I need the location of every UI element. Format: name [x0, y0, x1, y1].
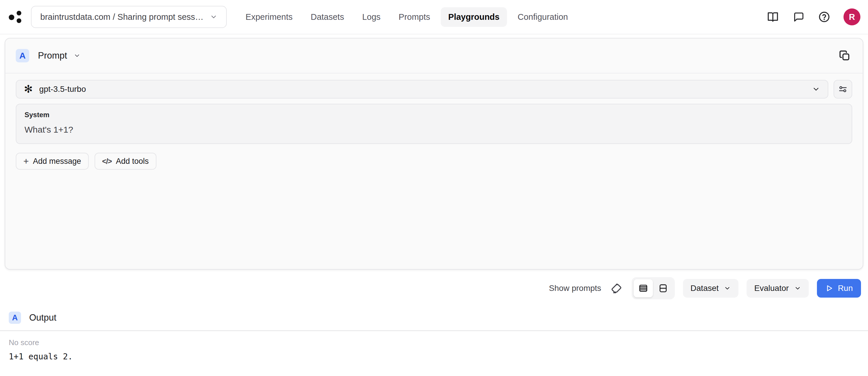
message-block: System What's 1+1?: [16, 104, 852, 144]
chevron-down-icon: [210, 13, 217, 21]
clear-eraser-icon[interactable]: [610, 281, 623, 295]
message-content-input[interactable]: What's 1+1?: [25, 125, 843, 135]
run-button[interactable]: Run: [817, 279, 861, 298]
layout-list-view-icon[interactable]: [633, 279, 653, 297]
help-icon[interactable]: [818, 10, 831, 23]
chevron-down-icon: [73, 52, 81, 59]
output-section: A Output No score 1+1 equals 2.: [0, 312, 868, 362]
output-divider: [0, 330, 868, 331]
prompt-title: Prompt: [38, 50, 67, 61]
run-label: Run: [838, 284, 853, 293]
output-header: A Output: [0, 312, 868, 324]
prompt-panel: A Prompt ✻ gpt-3.5-turbo: [5, 38, 863, 270]
play-icon: [825, 284, 833, 292]
top-navigation: braintrustdata.com / Sharing prompt sess…: [0, 0, 868, 34]
openai-logo-icon: ✻: [24, 84, 33, 95]
task-a-badge: A: [16, 49, 29, 62]
tab-configuration[interactable]: Configuration: [510, 7, 576, 27]
chevron-down-icon: [794, 285, 801, 292]
chevron-down-icon: [812, 85, 820, 93]
model-name: gpt-3.5-turbo: [39, 84, 806, 94]
tab-prompts[interactable]: Prompts: [391, 7, 438, 27]
docs-book-icon[interactable]: [767, 10, 779, 23]
evaluator-select[interactable]: Evaluator: [747, 279, 808, 298]
layout-split-view-icon[interactable]: [653, 279, 673, 297]
main-tabs: Experiments Datasets Logs Prompts Playgr…: [238, 7, 576, 27]
nav-right-actions: R: [767, 8, 860, 25]
run-toolbar: Show prompts Dataset Eva: [0, 277, 861, 299]
show-prompts-button[interactable]: Show prompts: [549, 284, 601, 293]
plus-icon: +: [23, 157, 29, 166]
dataset-label: Dataset: [690, 284, 719, 293]
workspace-breadcrumb-label: braintrustdata.com / Sharing prompt sess…: [40, 12, 204, 22]
model-select[interactable]: ✻ gpt-3.5-turbo: [16, 80, 828, 99]
add-message-label: Add message: [33, 157, 81, 166]
chevron-down-icon: [724, 285, 731, 292]
evaluator-label: Evaluator: [754, 284, 788, 293]
prompt-panel-body: ✻ gpt-3.5-turbo System What's 1+1? + Add…: [5, 73, 863, 269]
prompt-panel-header: A Prompt: [5, 38, 863, 73]
feedback-chat-icon[interactable]: [792, 10, 805, 23]
workspace-breadcrumb-select[interactable]: braintrustdata.com / Sharing prompt sess…: [31, 6, 227, 28]
message-role-label[interactable]: System: [25, 111, 843, 119]
output-title: Output: [29, 312, 56, 323]
model-params-sliders-icon[interactable]: [834, 80, 852, 99]
prompt-title-dropdown[interactable]: Prompt: [38, 50, 81, 61]
add-tools-label: Add tools: [116, 157, 149, 166]
layout-toggle: [631, 277, 675, 299]
code-icon: </>: [102, 157, 112, 166]
add-message-button[interactable]: + Add message: [16, 153, 89, 170]
output-result-text: 1+1 equals 2.: [9, 352, 868, 362]
tab-experiments[interactable]: Experiments: [238, 7, 300, 27]
add-tools-button[interactable]: </> Add tools: [95, 153, 156, 170]
braintrust-logo-icon: [8, 9, 23, 25]
score-status: No score: [9, 338, 868, 347]
tab-playgrounds[interactable]: Playgrounds: [441, 7, 507, 27]
user-avatar[interactable]: R: [843, 8, 860, 25]
copy-icon[interactable]: [837, 48, 852, 63]
dataset-select[interactable]: Dataset: [683, 279, 739, 298]
task-a-badge: A: [9, 312, 21, 324]
tab-logs[interactable]: Logs: [354, 7, 388, 27]
tab-datasets[interactable]: Datasets: [303, 7, 351, 27]
